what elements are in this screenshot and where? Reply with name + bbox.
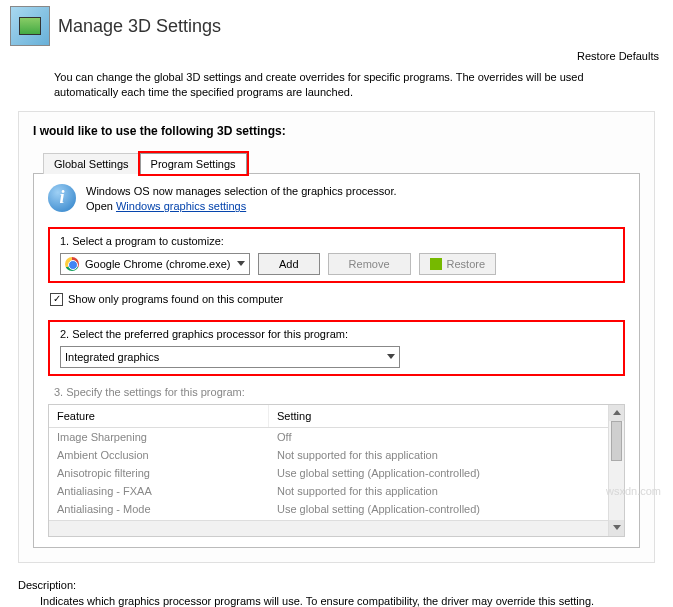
col-feature[interactable]: Feature bbox=[49, 405, 269, 427]
scroll-up-button[interactable] bbox=[609, 405, 624, 421]
show-only-checkbox[interactable]: ✓ bbox=[50, 293, 63, 306]
watermark: wsxdn.com bbox=[606, 485, 661, 497]
info-line2-prefix: Open bbox=[86, 200, 116, 212]
scroll-down-button[interactable] bbox=[609, 520, 624, 536]
description-title: Description: bbox=[18, 579, 655, 591]
app-icon bbox=[10, 6, 50, 46]
restore-defaults-link[interactable]: Restore Defaults bbox=[0, 48, 673, 66]
chrome-icon bbox=[65, 257, 79, 271]
tab-body: i Windows OS now manages selection of th… bbox=[33, 173, 640, 548]
step2-label: 2. Select the preferred graphics process… bbox=[60, 328, 613, 340]
intro-text: You can change the global 3D settings an… bbox=[0, 66, 673, 111]
horizontal-scrollbar[interactable] bbox=[49, 520, 608, 536]
chevron-down-icon bbox=[237, 261, 245, 266]
col-setting[interactable]: Setting bbox=[269, 405, 624, 427]
chevron-down-icon bbox=[387, 354, 395, 359]
step1-label: 1. Select a program to customize: bbox=[60, 235, 613, 247]
scroll-thumb[interactable] bbox=[611, 421, 622, 461]
program-select-value: Google Chrome (chrome.exe) bbox=[85, 258, 231, 270]
remove-button: Remove bbox=[328, 253, 411, 275]
gpu-select[interactable]: Integrated graphics bbox=[60, 346, 400, 368]
windows-graphics-settings-link[interactable]: Windows graphics settings bbox=[116, 200, 246, 212]
table-row: Image SharpeningOff bbox=[49, 428, 624, 446]
table-row: Ambient OcclusionNot supported for this … bbox=[49, 446, 624, 464]
program-select[interactable]: Google Chrome (chrome.exe) bbox=[60, 253, 250, 275]
description-text: Indicates which graphics processor progr… bbox=[18, 595, 655, 607]
info-icon: i bbox=[48, 184, 76, 212]
table-row: Antialiasing - FXAANot supported for thi… bbox=[49, 482, 624, 500]
gpu-select-value: Integrated graphics bbox=[65, 351, 381, 363]
page-title: Manage 3D Settings bbox=[58, 16, 663, 37]
nvidia-icon bbox=[430, 258, 442, 270]
step2-box: 2. Select the preferred graphics process… bbox=[48, 320, 625, 376]
restore-button: Restore bbox=[419, 253, 497, 275]
prefs-heading: I would like to use the following 3D set… bbox=[33, 124, 640, 138]
info-text: Windows OS now manages selection of the … bbox=[86, 184, 397, 215]
restore-button-label: Restore bbox=[447, 258, 486, 270]
settings-panel: I would like to use the following 3D set… bbox=[18, 111, 655, 563]
tab-global-settings[interactable]: Global Settings bbox=[43, 153, 140, 174]
step1-box: 1. Select a program to customize: Google… bbox=[48, 227, 625, 283]
table-row: Anisotropic filteringUse global setting … bbox=[49, 464, 624, 482]
table-row: Antialiasing - ModeUse global setting (A… bbox=[49, 500, 624, 518]
show-only-label: Show only programs found on this compute… bbox=[68, 293, 283, 305]
step3-label: 3. Specify the settings for this program… bbox=[54, 386, 625, 398]
vertical-scrollbar[interactable] bbox=[608, 405, 624, 536]
info-line1: Windows OS now manages selection of the … bbox=[86, 185, 397, 197]
settings-table: Feature Setting Image SharpeningOff Ambi… bbox=[48, 404, 625, 537]
add-button[interactable]: Add bbox=[258, 253, 320, 275]
tab-program-settings[interactable]: Program Settings bbox=[140, 153, 247, 174]
